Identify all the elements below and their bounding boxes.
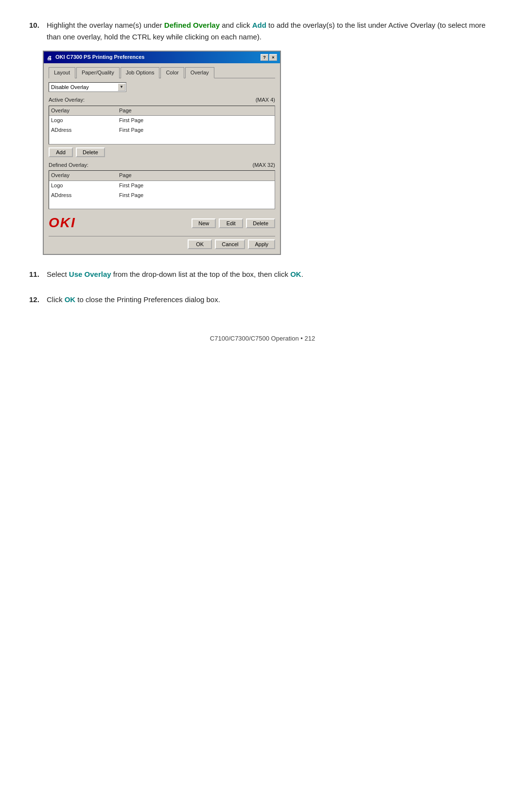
tab-overlay[interactable]: Overlay [185,67,214,79]
page-footer: C7100/C7300/C7500 Operation • 212 [29,335,496,342]
defined-logo-overlay: Logo [51,181,119,190]
active-overlay-listbox[interactable]: Overlay Page Logo First Page ADdress Fir… [49,106,275,144]
step-11-text-mid1: from the drop-down list at the top of th… [111,270,291,278]
printing-preferences-dialog: 🖨 OKI C7300 PS Printing Preferences ? × … [43,51,281,255]
step-12-body: Click OK to close the Printing Preferenc… [47,294,496,306]
defined-overlay-buttons: New Edit Delete [192,218,275,228]
step-12-highlight-ok: OK [65,295,76,304]
step-10-highlight-defined-overlay: Defined Overlay [164,21,220,29]
step-12-number: 12. [29,294,43,306]
step-11-body: Select Use Overlay from the drop-down li… [47,269,496,280]
tab-paper-quality[interactable]: Paper/Quality [76,67,120,79]
active-overlay-label-row: Active Overlay: (MAX 4) [49,96,275,105]
active-overlay-header: Overlay Page [49,106,275,116]
defined-address-overlay: ADdress [51,191,119,200]
titlebar-buttons[interactable]: ? × [261,54,277,61]
active-row-logo[interactable]: Logo First Page [49,116,275,126]
dialog-bottom-area: OKI New Edit Delete [49,212,275,234]
step-12: 12. Click OK to close the Printing Prefe… [29,294,496,306]
close-button[interactable]: × [269,54,277,61]
dialog-wrapper: 🖨 OKI C7300 PS Printing Preferences ? × … [43,51,496,255]
step-12-text-before: Click [47,295,65,304]
active-col-page: Page [119,107,273,115]
step-11: 11. Select Use Overlay from the drop-dow… [29,269,496,280]
active-overlay-buttons: Add Delete [49,147,275,157]
step-11-highlight-use-overlay: Use Overlay [69,270,111,278]
step-11-number: 11. [29,269,43,280]
edit-button[interactable]: Edit [219,218,243,228]
dialog-action-buttons: OK Cancel Apply [49,236,275,249]
active-logo-page: First Page [119,116,273,125]
overlay-mode-select[interactable]: Disable Overlay Use Overlay [49,82,126,92]
defined-address-page: First Page [119,191,273,200]
step-12-text: 12. Click OK to close the Printing Prefe… [29,294,496,306]
dialog-title: OKI C7300 PS Printing Preferences [55,53,144,62]
oki-logo: OKI [49,212,76,234]
step-10-text: 10. Highlight the overlay name(s) under … [29,19,496,43]
delete-defined-button[interactable]: Delete [246,218,275,228]
step-10-highlight-add: Add [252,21,266,29]
cancel-button[interactable]: Cancel [215,239,245,249]
defined-overlay-max: (MAX 32) [253,161,275,170]
footer-text: C7100/C7300/C7500 Operation • 212 [210,335,315,342]
delete-active-button[interactable]: Delete [76,147,105,157]
step-10-body: Highlight the overlay name(s) under Defi… [47,19,496,43]
step-12-text-after: to close the Printing Preferences dialog… [75,295,220,304]
dialog-body: Layout Paper/Quality Job Options Color O… [44,63,280,254]
defined-col-page: Page [119,171,273,180]
defined-col-overlay: Overlay [51,171,119,180]
defined-overlay-header: Overlay Page [49,171,275,181]
step-10-text-before: Highlight the overlay name(s) under [47,21,164,29]
new-button[interactable]: New [192,218,216,228]
active-address-page: First Page [119,126,273,135]
defined-row-logo[interactable]: Logo First Page [49,181,275,191]
step-11-text: 11. Select Use Overlay from the drop-dow… [29,269,496,280]
active-overlay-max: (MAX 4) [256,96,275,105]
step-10-text-mid1: and click [220,21,252,29]
defined-overlay-label-row: Defined Overlay: (MAX 32) [49,161,275,170]
defined-overlay-label: Defined Overlay: [49,161,88,170]
step-10-number: 10. [29,19,43,43]
overlay-mode-row: Disable Overlay Use Overlay ▼ [49,82,275,92]
ok-button[interactable]: OK [188,239,212,249]
defined-row-address[interactable]: ADdress First Page [49,191,275,200]
active-address-overlay: ADdress [51,126,119,135]
help-button[interactable]: ? [261,54,268,61]
active-col-overlay: Overlay [51,107,119,115]
active-logo-overlay: Logo [51,116,119,125]
defined-logo-page: First Page [119,181,273,190]
dialog-titlebar: 🖨 OKI C7300 PS Printing Preferences ? × [44,52,280,63]
overlay-mode-select-wrapper[interactable]: Disable Overlay Use Overlay ▼ [49,82,126,92]
tab-layout[interactable]: Layout [49,67,75,79]
titlebar-left: 🖨 OKI C7300 PS Printing Preferences [47,53,144,62]
add-button[interactable]: Add [49,147,73,157]
defined-overlay-listbox[interactable]: Overlay Page Logo First Page ADdress Fir… [49,170,275,209]
apply-button[interactable]: Apply [248,239,275,249]
tab-job-options[interactable]: Job Options [121,67,160,79]
step-11-text-before: Select [47,270,69,278]
step-11-highlight-ok: OK [290,270,301,278]
step-10: 10. Highlight the overlay name(s) under … [29,19,496,255]
active-overlay-label: Active Overlay: [49,96,85,105]
tab-bar: Layout Paper/Quality Job Options Color O… [49,67,275,79]
step-11-text-after: . [301,270,303,278]
tab-color[interactable]: Color [160,67,184,79]
active-row-address[interactable]: ADdress First Page [49,126,275,135]
printer-icon: 🖨 [47,54,53,61]
